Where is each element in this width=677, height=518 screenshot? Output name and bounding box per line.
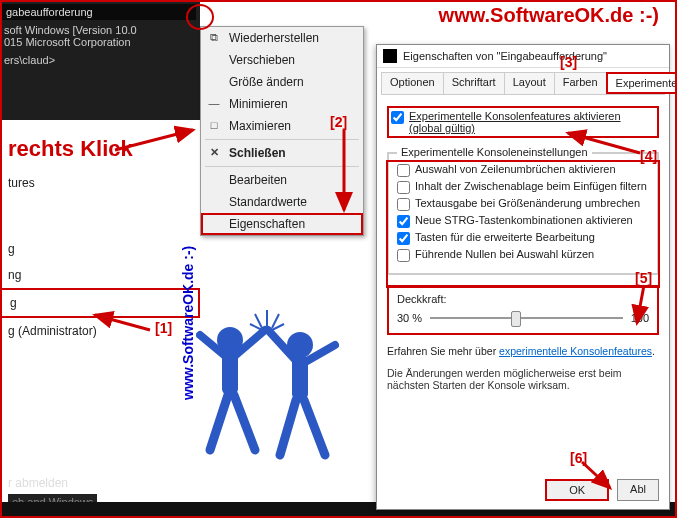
menu-minimize[interactable]: —Minimieren	[201, 93, 363, 115]
opacity-slider[interactable]	[430, 309, 623, 327]
list-item[interactable]: ng	[0, 262, 200, 288]
restore-icon: ⧉	[207, 30, 221, 44]
arrow-1	[90, 310, 160, 343]
svg-line-17	[304, 400, 325, 455]
svg-line-2	[95, 315, 150, 330]
marker-5: [5]	[635, 270, 652, 286]
experimental-group: Experimentelle Konsoleneinstellungen Aus…	[387, 152, 659, 275]
marker-6: [6]	[570, 450, 587, 466]
vertical-watermark: www.SoftwareOK.de :-)	[180, 246, 196, 400]
svg-line-19	[255, 314, 262, 328]
marker-1: [1]	[155, 320, 172, 336]
tab-layout[interactable]: Layout	[504, 72, 555, 94]
arrow-4	[560, 128, 650, 161]
svg-line-0	[115, 130, 193, 150]
tab-experimental[interactable]: Experimentell	[606, 72, 677, 94]
restart-note: Die Änderungen werden möglicherweise ers…	[387, 367, 659, 391]
svg-line-10	[210, 395, 228, 450]
learn-more: Erfahren Sie mehr über experimentelle Ko…	[387, 345, 659, 357]
menu-restore[interactable]: ⧉Wiederherstellen	[201, 27, 363, 49]
learn-more-link[interactable]: experimentelle Konsolenfeatures	[499, 345, 652, 357]
cancel-button[interactable]: Abl	[617, 479, 659, 501]
svg-line-16	[280, 400, 296, 455]
maximize-icon: □	[207, 118, 221, 132]
minimize-icon: —	[207, 96, 221, 110]
tab-strip: Optionen Schriftart Layout Farben Experi…	[381, 72, 665, 95]
menu-move[interactable]: Verschieben	[201, 49, 363, 71]
marker-3: [3]	[560, 54, 577, 70]
svg-line-11	[234, 395, 255, 450]
opacity-min: 30 %	[397, 312, 422, 324]
svg-line-20	[272, 314, 279, 328]
opt-trim-zeros[interactable]: Führende Nullen bei Auswahl kürzen	[397, 248, 649, 262]
marker-2: [2]	[330, 114, 347, 130]
tab-font[interactable]: Schriftart	[443, 72, 505, 94]
svg-line-4	[637, 285, 644, 323]
tab-colors[interactable]: Farben	[554, 72, 607, 94]
svg-line-3	[568, 133, 640, 153]
opacity-group: Deckkraft: 30 % 100	[387, 285, 659, 335]
cmd-icon	[383, 49, 397, 63]
list-item[interactable]: g	[0, 236, 200, 262]
logoff-item[interactable]: r abmelden	[8, 476, 68, 490]
arrow-5	[632, 285, 657, 333]
opt-line-selection[interactable]: Auswahl von Zeilenumbrüchen aktivieren	[397, 163, 649, 177]
opt-ext-edit[interactable]: Tasten für die erweiterte Bearbeitung	[397, 231, 649, 245]
watermark-figures	[170, 300, 370, 500]
properties-dialog: Eigenschaften von "Eingabeaufforderung" …	[376, 44, 670, 510]
dialog-titlebar: Eigenschaften von "Eingabeaufforderung"	[377, 45, 669, 68]
console-title: gabeaufforderung	[0, 4, 196, 20]
opt-ctrl-keys[interactable]: Neue STRG-Tastenkombinationen aktivieren	[397, 214, 649, 228]
console-window: gabeaufforderung soft Windows [Version 1…	[0, 0, 200, 120]
arrow-2	[334, 130, 354, 223]
opt-filter-clipboard[interactable]: Inhalt der Zwischenablage beim Einfügen …	[397, 180, 649, 194]
arrow-rechts-klick	[115, 130, 205, 163]
watermark-url: www.SoftwareOK.de :-)	[439, 4, 659, 27]
list-item[interactable]: tures	[0, 170, 200, 196]
menu-size[interactable]: Größe ändern	[201, 71, 363, 93]
opt-wrap-text[interactable]: Textausgabe bei Größenänderung umbrechen	[397, 197, 649, 211]
marker-4: [4]	[640, 148, 657, 164]
opacity-label: Deckkraft:	[397, 293, 649, 305]
close-icon: ✕	[207, 145, 221, 159]
tab-options[interactable]: Optionen	[381, 72, 444, 94]
